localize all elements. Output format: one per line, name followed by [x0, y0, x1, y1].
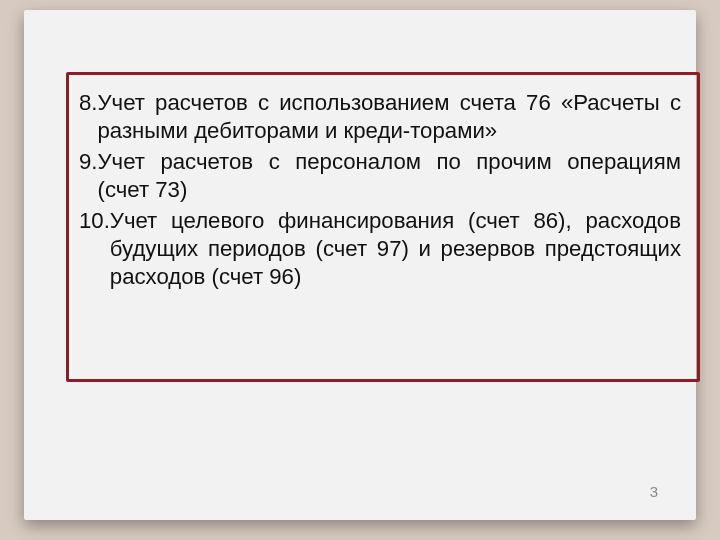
item-number: 10.	[79, 207, 110, 235]
content-frame: 8. Учет расчетов с использованием счета …	[66, 72, 700, 382]
slide-paper: 8. Учет расчетов с использованием счета …	[24, 10, 696, 520]
list-item: 8. Учет расчетов с использованием счета …	[79, 89, 681, 145]
slide-stage: 8. Учет расчетов с использованием счета …	[0, 0, 720, 540]
item-text: Учет целевого финансирования (счет 86), …	[110, 207, 681, 291]
list-item: 9. Учет расчетов с персоналом по прочим …	[79, 148, 681, 204]
item-number: 8.	[79, 89, 98, 117]
item-number: 9.	[79, 148, 98, 176]
page-number: 3	[650, 483, 658, 500]
item-text: Учет расчетов с персоналом по прочим опе…	[98, 148, 681, 204]
item-text: Учет расчетов с использованием счета 76 …	[98, 89, 681, 145]
list-item: 10. Учет целевого финансирования (счет 8…	[79, 207, 681, 291]
